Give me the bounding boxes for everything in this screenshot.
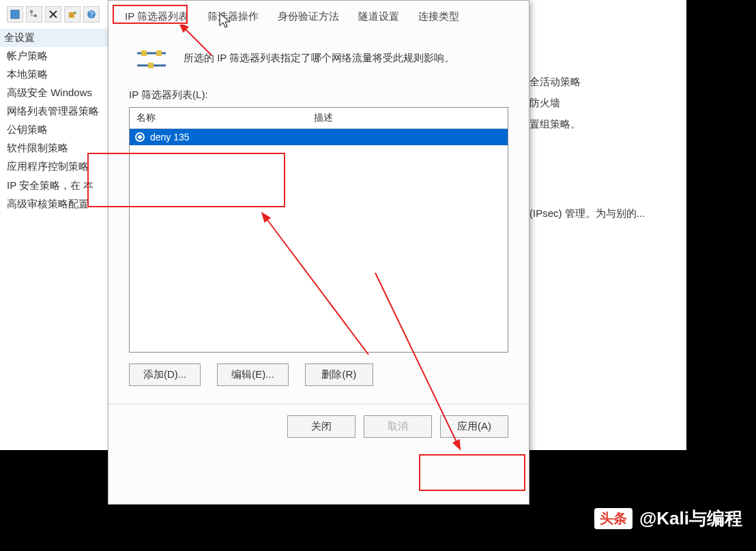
list-row-deny135[interactable]: deny 135 [130,129,508,145]
col-header-name[interactable]: 名称 [130,108,307,128]
list-label: IP 筛选器列表(L): [108,82,529,107]
cancel-button: 取消 [364,415,432,438]
right-item-group-policy: 置组策略。 [529,113,645,134]
sidebar-header: 全设置 [0,29,108,47]
filter-list-icon [136,48,163,68]
close-button[interactable]: 关闭 [287,415,355,438]
sidebar-item-account-policy[interactable]: 帐户策略 [0,47,108,65]
sidebar-item-public-key[interactable]: 公钥策略 [0,121,108,139]
svg-rect-7 [69,12,74,18]
svg-text:?: ? [89,11,93,18]
remove-button[interactable]: 删除(R) [305,363,373,386]
watermark: 头条 @Kali与编程 [594,507,742,531]
sidebar-item-app-control[interactable]: 应用程序控制策略 [0,158,108,176]
add-button[interactable]: 添加(D)... [129,363,201,386]
toolbar-export-icon[interactable] [64,6,81,23]
right-item-active-policy: 全活动策略 [529,71,645,92]
dialog-tabs: IP 筛选器列表 筛选器操作 身份验证方法 隧道设置 连接类型 [108,1,529,27]
toolbar-close-icon[interactable] [45,6,61,23]
list-action-buttons: 添加(D)... 编辑(E)... 删除(R) [108,353,529,397]
tab-filter-action[interactable]: 筛选器操作 [198,6,268,27]
svg-rect-13 [156,50,162,56]
svg-rect-0 [11,10,19,18]
row-name: deny 135 [150,132,314,143]
tab-tunnel-settings[interactable]: 隧道设置 [349,6,409,27]
edit-button[interactable]: 编辑(E)... [217,363,289,386]
toolbar-file-icon[interactable] [7,6,23,23]
toolbar-tree-icon[interactable] [26,6,42,23]
watermark-badge: 头条 [594,508,633,529]
svg-rect-12 [141,50,147,56]
col-header-desc[interactable]: 描述 [307,108,508,128]
description-area: 所选的 IP 筛选器列表指定了哪个网络流量将受此规则影响。 [108,27,529,82]
toolbar-help-icon[interactable]: ? [83,6,100,23]
sidebar-item-network-list[interactable]: 网络列表管理器策略 [0,102,108,121]
radio-selected-icon [135,132,145,142]
list-header: 名称 描述 [130,108,508,129]
sidebar-item-local-policy[interactable]: 本地策略 [0,65,108,84]
watermark-text: @Kali与编程 [639,507,742,531]
right-item-ipsec-text: (IPsec) 管理。为与别的... [529,203,645,224]
tab-connection-type[interactable]: 连接类型 [409,6,469,27]
sidebar-nav: 全设置 帐户策略 本地策略 高级安全 Windows 网络列表管理器策略 公钥策… [0,29,108,213]
sidebar-item-software-restrict[interactable]: 软件限制策略 [0,139,108,158]
apply-button[interactable]: 应用(A) [440,415,508,438]
dialog-description: 所选的 IP 筛选器列表指定了哪个网络流量将受此规则影响。 [184,52,454,65]
tab-ip-filter-list[interactable]: IP 筛选器列表 [115,6,198,27]
ip-filter-dialog: IP 筛选器列表 筛选器操作 身份验证方法 隧道设置 连接类型 所选的 IP 筛… [108,0,529,505]
sidebar-item-audit-policy[interactable]: 高级审核策略配置 [0,195,108,213]
right-panel: 全活动策略 防火墙 置组策略。 (IPsec) 管理。为与别的... [529,71,645,224]
svg-rect-14 [148,63,154,68]
sidebar-item-windows-security[interactable]: 高级安全 Windows [0,84,108,102]
svg-rect-1 [30,10,33,13]
right-item-firewall: 防火墙 [529,92,645,113]
dialog-bottom-buttons: 关闭 取消 应用(A) [108,404,529,451]
svg-rect-2 [34,14,37,17]
sidebar-item-ip-security[interactable]: IP 安全策略，在 本 [0,176,108,195]
filter-listbox[interactable]: 名称 描述 deny 135 [129,107,508,353]
tab-auth-method[interactable]: 身份验证方法 [268,6,349,27]
toolbar: ? [0,4,108,25]
